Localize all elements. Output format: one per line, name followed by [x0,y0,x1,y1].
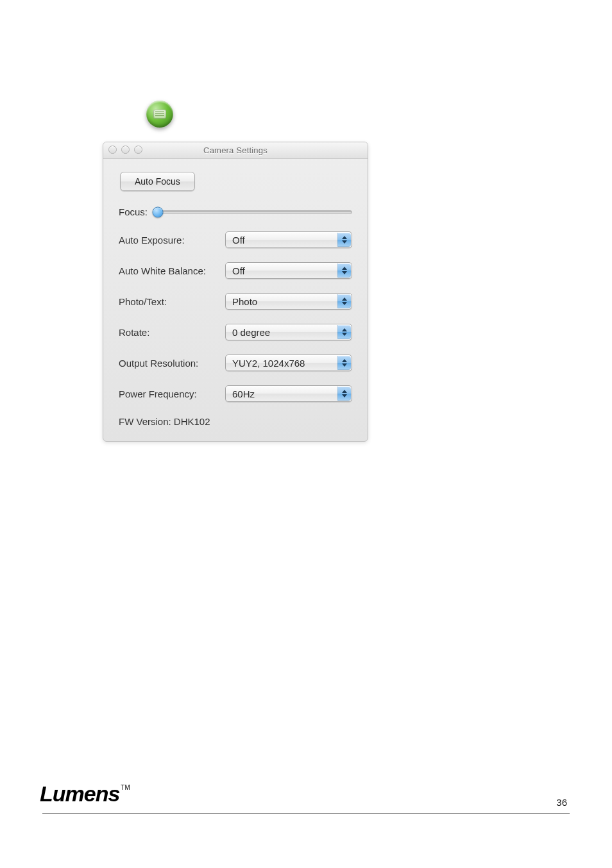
settings-launcher-icon[interactable] [146,101,173,128]
auto-white-balance-row: Auto White Balance: Off [119,262,352,279]
auto-focus-button[interactable]: Auto Focus [120,172,195,191]
output-resolution-row: Output Resolution: YUY2, 1024x768 [119,355,352,371]
page-number: 36 [556,797,567,808]
output-resolution-label: Output Resolution: [119,358,225,369]
document-icon [153,110,166,119]
power-frequency-label: Power Frequency: [119,388,225,399]
rotate-label: Rotate: [119,327,225,338]
window-content: Auto Focus Focus: Auto Exposure: Off Aut… [103,159,368,441]
photo-text-select[interactable]: Photo [225,293,352,310]
power-frequency-row: Power Frequency: 60Hz [119,385,352,402]
focus-label: Focus: [119,206,157,217]
auto-exposure-row: Auto Exposure: Off [119,231,352,248]
footer-divider [42,814,570,814]
auto-white-balance-select[interactable]: Off [225,262,352,279]
stepper-icon [337,233,351,247]
stepper-icon [337,263,351,278]
auto-exposure-select[interactable]: Off [225,231,352,248]
launcher-circle [146,101,173,128]
trademark-icon: TM [121,784,130,791]
rotate-value: 0 degree [232,327,270,338]
stepper-icon [337,294,351,308]
traffic-lights [108,146,142,154]
stepper-icon [337,356,351,370]
auto-white-balance-label: Auto White Balance: [119,265,225,276]
brand-logo: Lumens TM [40,781,130,806]
rotate-select[interactable]: 0 degree [225,324,352,340]
fw-version-text: FW Version: DHK102 [119,416,352,427]
focus-slider-track [157,210,352,214]
photo-text-row: Photo/Text: Photo [119,293,352,310]
output-resolution-value: YUY2, 1024x768 [232,358,305,369]
auto-exposure-label: Auto Exposure: [119,235,225,246]
zoom-icon[interactable] [134,146,142,154]
stepper-icon [337,387,351,401]
rotate-row: Rotate: 0 degree [119,324,352,340]
auto-white-balance-value: Off [232,265,245,276]
auto-exposure-value: Off [232,235,245,246]
brand-text: Lumens [40,781,119,806]
photo-text-label: Photo/Text: [119,296,225,307]
power-frequency-select[interactable]: 60Hz [225,385,352,402]
focus-slider[interactable] [157,210,352,214]
focus-slider-thumb[interactable] [153,206,164,217]
power-frequency-value: 60Hz [232,388,255,399]
focus-row: Focus: [119,206,352,217]
window-titlebar[interactable]: Camera Settings [103,142,368,159]
photo-text-value: Photo [232,296,257,307]
camera-settings-window: Camera Settings Auto Focus Focus: Auto E… [103,142,368,442]
close-icon[interactable] [108,146,117,154]
minimize-icon[interactable] [121,146,130,154]
stepper-icon [337,325,351,339]
output-resolution-select[interactable]: YUY2, 1024x768 [225,355,352,371]
window-title: Camera Settings [203,146,268,155]
